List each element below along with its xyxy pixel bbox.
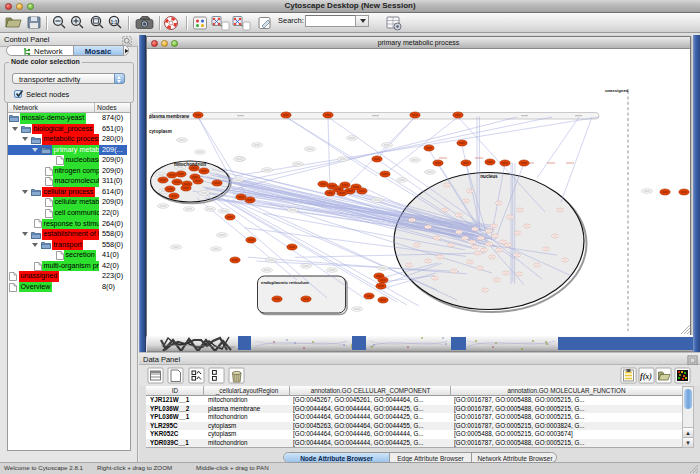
svg-text:1:1: 1:1 <box>110 19 117 25</box>
svg-text:unassigned: unassigned <box>605 88 629 93</box>
svg-text:cytoplasm: cytoplasm <box>149 129 172 134</box>
svg-text:endoplasmic reticulum: endoplasmic reticulum <box>261 280 309 285</box>
svg-text:mitochondrion: mitochondrion <box>174 162 206 167</box>
svg-text:plasma membrane: plasma membrane <box>149 114 190 119</box>
svg-text:nucleus: nucleus <box>480 174 498 179</box>
svg-text:f(x): f(x) <box>640 372 652 381</box>
